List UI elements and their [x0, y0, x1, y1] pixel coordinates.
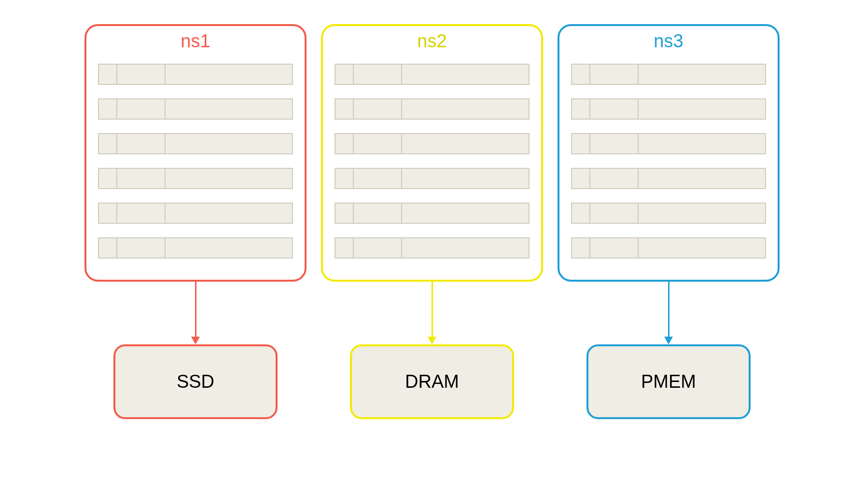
storage-box-ssd: SSD [113, 344, 278, 419]
record-row [335, 237, 530, 259]
record-cell [166, 168, 293, 189]
record-cell [354, 168, 402, 189]
arrow-line [195, 282, 196, 337]
record-cell [354, 98, 402, 120]
record-cell [639, 98, 766, 120]
record-cell [166, 133, 293, 154]
namespace-column-ns3: ns3 PMEM [555, 24, 782, 419]
record-cell [639, 168, 766, 189]
namespace-title: ns2 [417, 32, 446, 50]
namespace-box-ns2: ns2 [321, 24, 543, 282]
namespace-title: ns3 [654, 32, 683, 50]
record-row [571, 98, 766, 120]
record-cell [590, 98, 639, 120]
record-cell [335, 64, 354, 85]
arrow-ns3 [668, 282, 670, 344]
record-cell [98, 237, 117, 259]
record-cell [639, 203, 766, 224]
record-cell [590, 203, 639, 224]
record-cell [571, 168, 590, 189]
record-cell [117, 64, 166, 85]
record-cell [571, 237, 590, 259]
namespace-title: ns1 [181, 32, 210, 50]
arrow-head-icon [664, 337, 673, 344]
record-cell [590, 237, 639, 259]
arrow-ns2 [431, 282, 433, 344]
record-row [571, 203, 766, 224]
record-cell [354, 64, 402, 85]
record-cell [98, 64, 117, 85]
record-cell [571, 133, 590, 154]
record-cell [117, 168, 166, 189]
record-cell [117, 133, 166, 154]
record-cell [98, 133, 117, 154]
record-row [571, 168, 766, 189]
record-cell [117, 203, 166, 224]
record-row [335, 98, 530, 120]
record-cell [335, 168, 354, 189]
storage-box-pmem: PMEM [586, 344, 751, 419]
record-row [335, 168, 530, 189]
record-cell [166, 98, 293, 120]
diagram-canvas: ns1 SSD ns2 [0, 0, 865, 504]
namespace-box-ns3: ns3 [558, 24, 780, 282]
record-row [98, 203, 293, 224]
record-row [571, 64, 766, 85]
record-cell [571, 203, 590, 224]
record-row [335, 203, 530, 224]
record-cell [354, 133, 402, 154]
record-row [571, 133, 766, 154]
record-cell [590, 64, 639, 85]
record-cell [335, 203, 354, 224]
record-cell [335, 237, 354, 259]
record-cell [590, 133, 639, 154]
record-cell [166, 237, 293, 259]
record-cell [117, 237, 166, 259]
record-cell [98, 98, 117, 120]
record-cell [639, 133, 766, 154]
arrow-ns1 [195, 282, 196, 344]
record-cell [402, 168, 530, 189]
record-cell [166, 203, 293, 224]
arrow-line [668, 282, 670, 337]
arrow-head-icon [428, 337, 436, 344]
record-cell [354, 203, 402, 224]
namespace-column-ns2: ns2 DRAM [319, 24, 545, 419]
record-row [98, 64, 293, 85]
record-cell [335, 133, 354, 154]
record-cell [402, 203, 530, 224]
record-cell [98, 168, 117, 189]
record-cell [354, 237, 402, 259]
record-cell [571, 98, 590, 120]
record-row [98, 133, 293, 154]
record-cell [98, 203, 117, 224]
storage-label: DRAM [405, 371, 459, 392]
storage-label: PMEM [641, 371, 696, 392]
record-cell [402, 237, 530, 259]
namespace-box-ns1: ns1 [84, 24, 307, 282]
namespace-column-ns1: ns1 SSD [82, 24, 309, 419]
record-cell [590, 168, 639, 189]
record-row [335, 133, 530, 154]
record-cell [571, 64, 590, 85]
arrow-line [432, 282, 433, 337]
record-cell [166, 64, 293, 85]
record-cell [402, 98, 530, 120]
record-cell [402, 133, 530, 154]
record-cell [639, 64, 766, 85]
storage-label: SSD [177, 371, 214, 392]
record-cell [639, 237, 766, 259]
record-cell [402, 64, 530, 85]
record-row [98, 168, 293, 189]
record-row [98, 237, 293, 259]
record-row [571, 237, 766, 259]
record-row [98, 98, 293, 120]
arrow-head-icon [191, 337, 200, 344]
record-cell [335, 98, 354, 120]
record-row [335, 64, 530, 85]
storage-box-dram: DRAM [350, 344, 514, 419]
record-cell [117, 98, 166, 120]
